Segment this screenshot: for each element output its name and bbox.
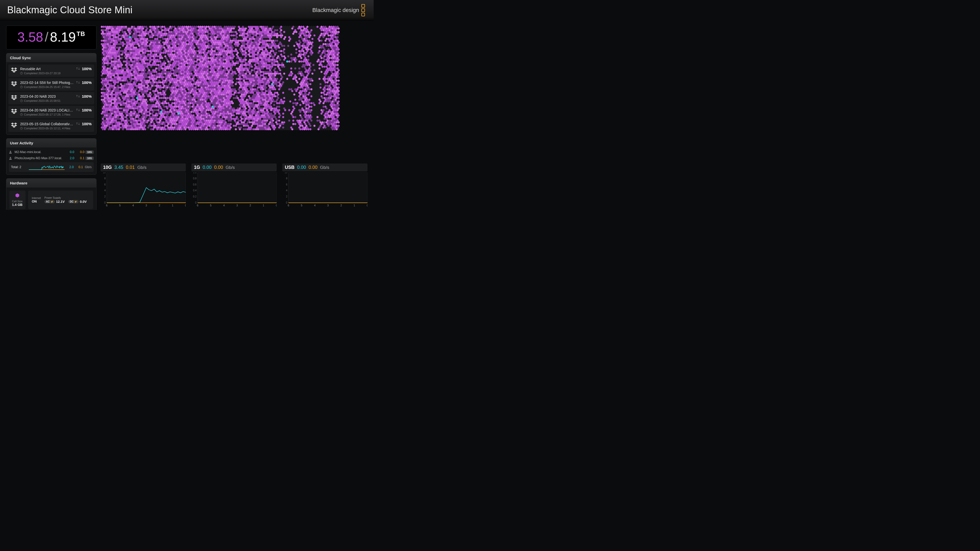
sync-status: Completed 2023-03-27 20:18 bbox=[20, 72, 92, 75]
svg-text:6: 6 bbox=[106, 204, 107, 207]
activity-host: M2-Mac-mini.local. bbox=[14, 150, 64, 154]
svg-text:0: 0 bbox=[286, 201, 288, 204]
capacity-total: 8.19 bbox=[50, 30, 76, 44]
svg-marker-5 bbox=[11, 81, 14, 83]
sync-name: Reusable Art bbox=[20, 67, 74, 71]
svg-text:4: 4 bbox=[104, 189, 106, 192]
sync-direction-icon: ⤒⤓ bbox=[76, 108, 80, 112]
brand-text-1: Blackmagic bbox=[312, 7, 341, 14]
svg-text:0: 0 bbox=[195, 201, 197, 204]
svg-text:4: 4 bbox=[223, 204, 224, 207]
svg-text:0: 0 bbox=[185, 204, 186, 207]
svg-text:0.2: 0.2 bbox=[193, 195, 197, 198]
chart-plot: 10864206543210 bbox=[100, 172, 186, 207]
sync-item[interactable]: 2023-05-15 Global Collaborativ…⤒⤓100%Com… bbox=[8, 120, 94, 132]
sync-status: Completed 2023-05-15 12:11, 4 Files bbox=[20, 127, 92, 130]
svg-text:8: 8 bbox=[286, 177, 288, 180]
dropbox-icon bbox=[11, 122, 17, 128]
svg-text:0.4: 0.4 bbox=[193, 189, 197, 192]
svg-text:2: 2 bbox=[340, 204, 342, 207]
sync-item[interactable]: 2023-04-20 NAB 2023⤒⤓100%Completed 2023-… bbox=[8, 92, 94, 104]
svg-text:6: 6 bbox=[286, 183, 288, 186]
hardware-panel: Hardware Cell Size 1.4 GB Internet ON Po bbox=[6, 178, 97, 210]
chart-legend: 10G3.450.01Gb/s bbox=[100, 164, 186, 171]
dropbox-icon bbox=[11, 67, 17, 73]
user-activity-title: User Activity bbox=[6, 138, 96, 148]
sync-direction-icon: ⤒⤓ bbox=[76, 81, 80, 84]
activity-row: PhotoJosephs-M2-Max-377.local.2.00.110G bbox=[9, 155, 94, 161]
dropbox-icon bbox=[11, 81, 17, 87]
activity-rx: 2.0 bbox=[65, 156, 74, 160]
clock-icon bbox=[20, 127, 23, 130]
chart-legend: 1G0.000.00Gb/s bbox=[191, 164, 277, 171]
svg-text:1: 1 bbox=[172, 204, 173, 207]
sync-percent: 100% bbox=[82, 80, 92, 85]
sync-item[interactable]: Reusable Art⤒⤓100%Completed 2023-03-27 2… bbox=[8, 65, 94, 77]
throughput-chart-10g: 10G3.450.01Gb/s10864206543210 bbox=[100, 164, 186, 206]
svg-text:4: 4 bbox=[132, 204, 134, 207]
chart-rx-value: 3.45 bbox=[115, 165, 123, 170]
hardware-cell-size: Cell Size 1.4 GB bbox=[10, 191, 25, 209]
svg-marker-11 bbox=[14, 95, 17, 97]
link-speed-badge: 10G bbox=[86, 157, 94, 160]
sync-status: Completed 2023-04-25 15:47, 2 Files bbox=[20, 86, 92, 89]
sync-direction-icon: ⤒⤓ bbox=[76, 95, 80, 98]
svg-marker-0 bbox=[11, 68, 14, 70]
svg-rect-63 bbox=[288, 172, 368, 203]
hex-icon bbox=[15, 193, 20, 198]
sync-item[interactable]: 2023-02-14 S5II for Still Photog…⤒⤓100%C… bbox=[8, 78, 94, 91]
activity-row: M2-Mac-mini.local.0.00.010G bbox=[9, 149, 94, 155]
chart-rx-value: 0.00 bbox=[297, 165, 306, 170]
chart-iface-label: USB bbox=[285, 165, 294, 170]
svg-text:1: 1 bbox=[262, 204, 264, 207]
hardware-internet-status: ON bbox=[32, 200, 41, 203]
svg-text:4: 4 bbox=[314, 204, 315, 207]
activity-rx: 0.0 bbox=[65, 150, 74, 154]
capacity-used: 3.58 bbox=[18, 30, 43, 44]
svg-text:2: 2 bbox=[286, 195, 288, 198]
chart-rx-value: 0.00 bbox=[203, 165, 212, 170]
svg-text:2: 2 bbox=[159, 204, 160, 207]
svg-text:5: 5 bbox=[210, 204, 212, 207]
svg-marker-28 bbox=[16, 193, 19, 197]
svg-text:3: 3 bbox=[145, 204, 147, 207]
svg-text:0.8: 0.8 bbox=[193, 177, 197, 180]
clock-icon bbox=[20, 86, 23, 88]
svg-point-25 bbox=[10, 151, 11, 152]
activity-tx: 0.0 bbox=[75, 150, 84, 154]
clock-icon bbox=[20, 72, 23, 75]
svg-text:4: 4 bbox=[286, 189, 288, 192]
svg-text:0: 0 bbox=[104, 201, 106, 204]
svg-marker-16 bbox=[14, 109, 17, 111]
svg-text:0.6: 0.6 bbox=[193, 183, 197, 186]
sync-percent: 100% bbox=[82, 108, 92, 112]
svg-marker-1 bbox=[14, 68, 17, 70]
sync-name: 2023-02-14 S5II for Still Photog… bbox=[20, 81, 74, 85]
page-title: Blackmagic Cloud Store Mini bbox=[7, 5, 132, 16]
sync-direction-icon: ⤒⤓ bbox=[76, 122, 80, 125]
activity-host: PhotoJosephs-M2-Max-377.local. bbox=[14, 156, 64, 160]
sync-name: 2023-05-15 Global Collaborativ… bbox=[20, 122, 74, 126]
svg-text:3: 3 bbox=[236, 204, 238, 207]
sync-status: Completed 2023-05-15 08:51 bbox=[20, 99, 92, 102]
chart-iface-label: 1G bbox=[194, 165, 200, 170]
svg-marker-10 bbox=[11, 95, 14, 97]
activity-sparkline bbox=[29, 164, 65, 170]
svg-text:8: 8 bbox=[104, 177, 106, 180]
sync-direction-icon: ⤒⤓ bbox=[76, 67, 80, 70]
chart-plot: 1.00.80.60.40.206543210 bbox=[191, 172, 277, 207]
activity-total: Total: 22.00.1Gb/s bbox=[9, 162, 94, 172]
svg-text:1: 1 bbox=[353, 204, 355, 207]
svg-point-26 bbox=[10, 157, 11, 158]
chart-tx-value: 0.00 bbox=[214, 165, 223, 170]
sync-name: 2023-04-20 NAB 2023 LOCALI… bbox=[20, 108, 74, 112]
svg-text:1.0: 1.0 bbox=[193, 172, 197, 174]
capacity-unit: TB bbox=[76, 30, 85, 37]
ac-power-pill: AC⚡ bbox=[45, 200, 55, 203]
svg-text:2: 2 bbox=[250, 204, 251, 207]
cloud-sync-panel: Cloud Sync Reusable Art⤒⤓100%Completed 2… bbox=[6, 53, 97, 135]
sync-percent: 100% bbox=[82, 94, 92, 98]
svg-marker-15 bbox=[11, 109, 14, 111]
clock-icon bbox=[20, 100, 23, 102]
sync-item[interactable]: 2023-04-20 NAB 2023 LOCALI…⤒⤓100%Complet… bbox=[8, 106, 94, 118]
